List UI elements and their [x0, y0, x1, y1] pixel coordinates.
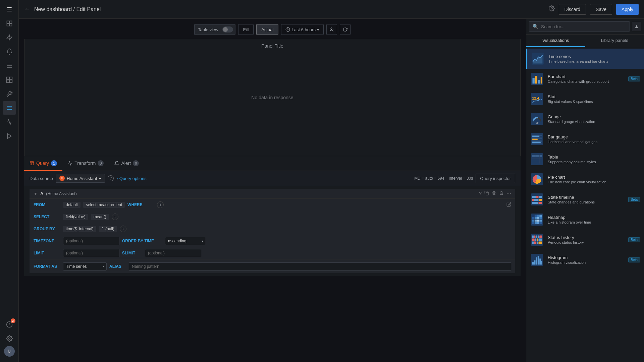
datasource-select[interactable]: H Home Assistant ▾: [56, 174, 105, 183]
viz-name-state-timeline: State timeline: [548, 195, 624, 200]
query-actions: ?: [479, 191, 511, 196]
viz-item-table[interactable]: Table Supports many column styles: [526, 149, 644, 169]
sidebar-item-wrench[interactable]: [3, 87, 16, 101]
limit-input[interactable]: [63, 249, 119, 257]
actual-button[interactable]: Actual: [256, 24, 278, 35]
from-tag-measurement[interactable]: select measurement: [83, 202, 125, 208]
info-icon[interactable]: ?: [108, 175, 114, 181]
viz-item-heatmap[interactable]: Heatmap Like a histogram over time: [526, 209, 644, 230]
md-info: MD = auto = 694 Interval = 30s: [414, 176, 473, 181]
tab-transform[interactable]: Transform 0: [62, 156, 109, 171]
query-block-header: ▼ A (Home Assistant) ?: [30, 189, 515, 199]
from-edit-btn[interactable]: [506, 202, 511, 208]
sidebar-item-lightning[interactable]: [3, 31, 16, 44]
orderby-select-wrap[interactable]: ascending descending: [165, 237, 205, 245]
table-view-toggle[interactable]: Table view: [194, 24, 235, 35]
viz-text-histogram: Histogram Histogram visualization: [548, 255, 624, 264]
refresh-button[interactable]: [340, 24, 351, 35]
toggle-switch[interactable]: [222, 26, 233, 33]
bar-gauge-icon: [530, 132, 544, 146]
qa-eye-btn[interactable]: [492, 191, 496, 196]
query-options-link[interactable]: › Query options: [116, 176, 146, 181]
collapse-query-icon[interactable]: ▼: [34, 191, 38, 196]
select-tag-mean[interactable]: mean(): [91, 214, 109, 220]
sidebar-item-alerts[interactable]: [3, 45, 16, 58]
select-label: SELECT: [34, 215, 60, 219]
sidebar-item-media[interactable]: [3, 129, 16, 143]
query-tabs: Query 1 Transform 0 Alert: [24, 156, 521, 171]
tab-alert[interactable]: Alert 0: [109, 156, 144, 171]
sidebar-item-explore[interactable]: [3, 59, 16, 72]
back-button[interactable]: ←: [24, 6, 30, 13]
time-range-label: Last 6 hours: [291, 27, 316, 32]
svg-rect-29: [486, 192, 489, 195]
groupby-plus[interactable]: +: [120, 226, 126, 232]
svg-rect-0: [7, 21, 9, 23]
svg-rect-74: [532, 220, 534, 222]
sidebar-item-settings[interactable]: [3, 332, 16, 345]
slimit-input[interactable]: [145, 249, 201, 257]
svg-rect-35: [535, 76, 537, 83]
notification-badge: 2: [11, 318, 15, 323]
tab-visualizations[interactable]: Visualizations: [526, 35, 585, 47]
timezone-input[interactable]: [63, 237, 119, 245]
viz-item-stat[interactable]: 12.4 Stat Big stat values & sparklines: [526, 89, 644, 109]
sidebar-avatar[interactable]: U: [4, 346, 15, 357]
svg-rect-43: [532, 135, 540, 137]
groupby-tag-fill[interactable]: fill(null): [99, 226, 117, 232]
fill-button[interactable]: Fill: [238, 24, 254, 35]
discard-button[interactable]: Discard: [559, 4, 586, 15]
save-button[interactable]: Save: [590, 4, 612, 15]
svg-rect-11: [9, 80, 12, 83]
tab-query[interactable]: Query 1: [24, 156, 62, 171]
qa-info-btn[interactable]: ?: [479, 191, 482, 196]
viz-item-gauge[interactable]: 79 Gauge Standard gauge visualization: [526, 109, 644, 129]
viz-item-bar-gauge[interactable]: Bar gauge Horizontal and vertical gauges: [526, 129, 644, 149]
svg-rect-81: [539, 222, 542, 224]
viz-text-table: Table Supports many column styles: [548, 155, 640, 164]
svg-rect-1: [9, 21, 12, 23]
sidebar-item-menu[interactable]: ☰: [3, 3, 16, 16]
sidebar-item-active[interactable]: [3, 101, 16, 115]
search-input-wrap[interactable]: 🔍: [529, 21, 630, 32]
format-select[interactable]: Time series Table: [63, 262, 107, 270]
apply-button[interactable]: Apply: [616, 4, 639, 15]
groupby-tag-time[interactable]: time($_interval): [63, 226, 96, 232]
svg-rect-49: [531, 153, 543, 165]
svg-rect-84: [534, 235, 536, 238]
topbar-title: New dashboard / Edit Panel: [34, 6, 101, 12]
sidebar-item-notifications[interactable]: 2: [3, 318, 16, 331]
settings-icon[interactable]: [549, 5, 555, 13]
format-select-wrap[interactable]: Time series Table: [63, 262, 107, 270]
sidebar-item-panels[interactable]: [3, 73, 16, 86]
svg-point-20: [551, 8, 552, 9]
query-inspector-button[interactable]: Query inspector: [476, 174, 515, 183]
datasource-chevron: ▾: [99, 176, 101, 181]
sidebar-item-home[interactable]: [3, 17, 16, 30]
viz-item-status-history[interactable]: Status history Periodic status history B…: [526, 230, 644, 250]
select-plus[interactable]: +: [112, 214, 118, 220]
select-tag-field[interactable]: field(value): [63, 214, 88, 220]
from-tag-default[interactable]: default: [63, 202, 80, 208]
viz-item-bar-chart[interactable]: Bar chart Categorical charts with group …: [526, 69, 644, 89]
sidebar-item-chart[interactable]: [3, 115, 16, 129]
time-range-picker[interactable]: Last 6 hours ▾: [281, 24, 324, 35]
orderby-select[interactable]: ascending descending: [165, 237, 205, 245]
viz-item-time-series[interactable]: Time series Time based line, area and ba…: [526, 49, 644, 69]
qa-delete-btn[interactable]: [499, 191, 504, 196]
zoom-button[interactable]: [326, 24, 337, 35]
svg-rect-3: [9, 24, 12, 26]
qa-more-btn[interactable]: ⋯: [506, 191, 511, 196]
where-plus[interactable]: +: [157, 201, 164, 208]
tab-library-panels[interactable]: Library panels: [585, 35, 644, 47]
alias-input[interactable]: [129, 262, 511, 270]
qa-copy-btn[interactable]: [484, 191, 489, 196]
collapse-panel-btn[interactable]: ▲: [632, 22, 641, 31]
viz-text-gauge: Gauge Standard gauge visualization: [548, 114, 640, 124]
stat-icon: 12.4: [530, 92, 544, 106]
search-input[interactable]: [541, 24, 626, 29]
viz-item-state-timeline[interactable]: State timeline State changes and duratio…: [526, 189, 644, 209]
viz-item-histogram[interactable]: Histogram Histogram visualization Beta: [526, 250, 644, 270]
viz-item-pie-chart[interactable]: Pie chart The new core pie chart visuali…: [526, 169, 644, 189]
viz-name-pie-chart: Pie chart: [548, 175, 640, 180]
